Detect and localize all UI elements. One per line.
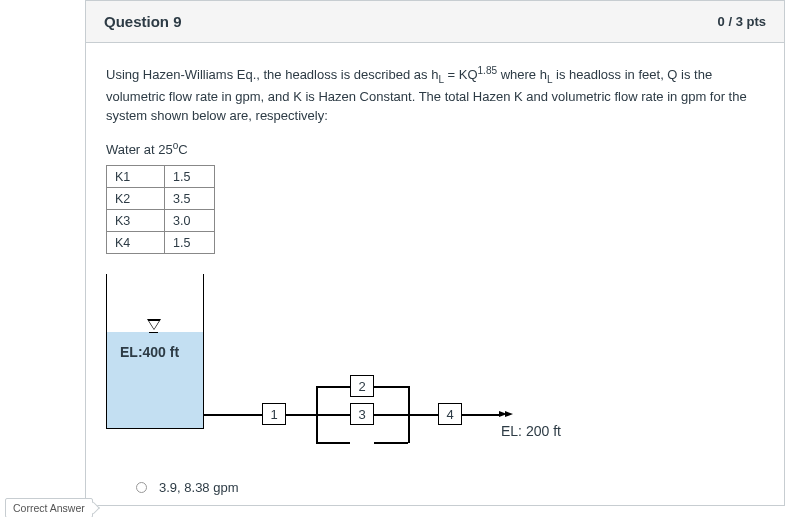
v-cell: 3.5 — [165, 188, 215, 210]
pipe — [316, 386, 350, 388]
outlet-elevation-label: EL: 200 ft — [501, 423, 561, 439]
question-header: Question 9 0 / 3 pts — [86, 1, 784, 43]
stem-sup: 1.85 — [478, 65, 497, 76]
pipe — [316, 442, 350, 444]
v-cell: 3.0 — [165, 210, 215, 232]
component-box-3: 3 — [350, 403, 374, 425]
question-stem: Using Hazen-Williams Eq., the headloss i… — [106, 63, 764, 126]
k-cell: K2 — [107, 188, 165, 210]
table-row: K2 3.5 — [107, 188, 215, 210]
component-box-1: 1 — [262, 403, 286, 425]
v-cell: 1.5 — [165, 232, 215, 254]
radio-icon — [136, 482, 147, 493]
question-body: Using Hazen-Williams Eq., the headloss i… — [86, 43, 784, 505]
pipe — [204, 414, 262, 416]
answer-text: 3.9, 8.38 gpm — [159, 480, 239, 495]
question-title: Question 9 — [104, 13, 182, 30]
surface-tick — [149, 332, 158, 333]
table-row: K4 1.5 — [107, 232, 215, 254]
component-box-4: 4 — [438, 403, 462, 425]
water-surface-icon — [147, 319, 161, 330]
question-points: 0 / 3 pts — [718, 14, 766, 29]
table-row: K1 1.5 — [107, 166, 215, 188]
k-cell: K3 — [107, 210, 165, 232]
pipe — [374, 442, 408, 444]
water-pre: Water at 25 — [106, 142, 173, 157]
k-table: K1 1.5 K2 3.5 K3 3.0 K4 1.5 — [106, 165, 215, 254]
question-card: Question 9 0 / 3 pts Using Hazen-William… — [85, 0, 785, 506]
flow-arrow-icon — [505, 411, 513, 417]
pipe — [316, 414, 350, 416]
water-post: C — [178, 142, 187, 157]
stem-text: Using Hazen-Williams Eq., the headloss i… — [106, 67, 438, 82]
stem-text: = KQ — [444, 67, 478, 82]
pipe — [374, 414, 408, 416]
correct-answer-badge: Correct Answer — [5, 498, 93, 517]
v-cell: 1.5 — [165, 166, 215, 188]
answer-option[interactable]: 3.9, 8.38 gpm — [106, 472, 764, 495]
water-temp-label: Water at 25oC — [106, 140, 764, 157]
tank: EL:400 ft — [106, 274, 204, 429]
table-row: K3 3.0 — [107, 210, 215, 232]
pipe — [286, 414, 316, 416]
pipe — [462, 414, 502, 416]
badge-text: Correct Answer — [13, 502, 85, 514]
pipe — [408, 414, 438, 416]
component-box-2: 2 — [350, 375, 374, 397]
tank-elevation-label: EL:400 ft — [120, 344, 179, 360]
pipe — [374, 386, 408, 388]
stem-text: where h — [497, 67, 547, 82]
k-cell: K4 — [107, 232, 165, 254]
system-diagram: EL:400 ft 1 2 3 4 EL: 200 ft — [106, 274, 626, 454]
k-cell: K1 — [107, 166, 165, 188]
